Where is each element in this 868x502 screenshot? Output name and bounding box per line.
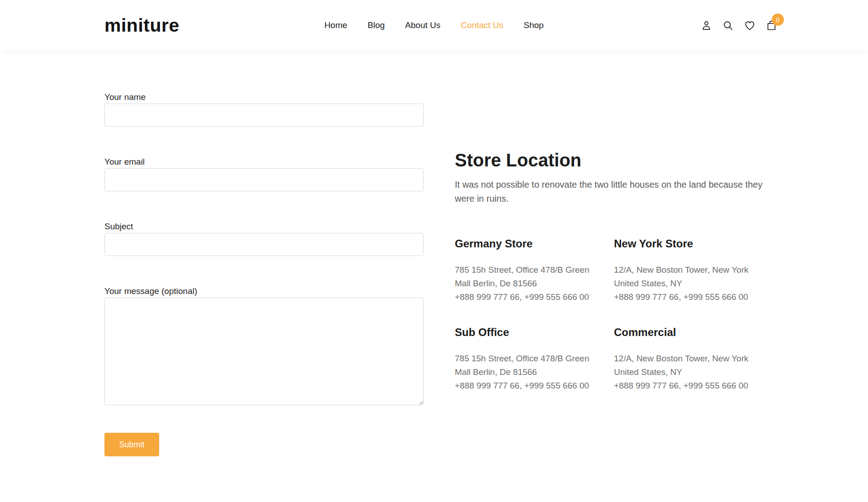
- store-phone-line: +888 999 777 66, +999 555 666 00: [455, 379, 614, 393]
- contact-form-section: Your name Your email Subject Your messag…: [104, 51, 424, 456]
- nav-item-home[interactable]: Home: [324, 20, 347, 30]
- store-name: Germany Store: [455, 236, 614, 252]
- store-address-line: 785 15h Street, Office 478/B Green: [455, 352, 614, 365]
- store-phone-line: +888 999 777 66, +999 555 666 00: [614, 290, 769, 304]
- store-name: New York Store: [614, 236, 769, 252]
- store-grid: Germany Store 785 15h Street, Office 478…: [455, 236, 769, 393]
- store-address-line: 12/A, New Boston Tower, New York: [614, 352, 769, 365]
- store-location-description: It was not possible to renovate the two …: [455, 178, 769, 206]
- nav-item-shop[interactable]: Shop: [524, 20, 543, 30]
- search-icon[interactable]: [722, 19, 735, 32]
- wishlist-heart-icon[interactable]: [743, 19, 756, 32]
- store-block-germany: Germany Store 785 15h Street, Office 478…: [455, 236, 614, 304]
- cart-bag-icon[interactable]: 0: [765, 19, 778, 32]
- logo[interactable]: miniture: [104, 15, 179, 36]
- nav-item-blog[interactable]: Blog: [368, 20, 385, 30]
- store-phone-line: +888 999 777 66, +999 555 666 00: [455, 290, 614, 304]
- message-textarea[interactable]: [104, 298, 424, 405]
- store-address-line: 785 15h Street, Office 478/B Green: [455, 263, 614, 277]
- store-block-sub-office: Sub Office 785 15h Street, Office 478/B …: [455, 324, 614, 393]
- message-label: Your message (optional): [104, 285, 424, 297]
- subject-input[interactable]: [104, 233, 424, 256]
- site-header: miniture Home Blog About Us Contact Us S…: [0, 0, 868, 51]
- header-icons: 0: [700, 19, 778, 32]
- email-input[interactable]: [104, 168, 424, 191]
- submit-button[interactable]: Submit: [104, 433, 159, 456]
- store-address-line: United States, NY: [614, 365, 769, 379]
- store-address-line: Mall Berlin, De 81566: [455, 277, 614, 290]
- store-name: Sub Office: [455, 324, 614, 341]
- store-name: Commercial: [614, 324, 769, 341]
- store-address-line: United States, NY: [614, 277, 769, 290]
- store-block-new-york: New York Store 12/A, New Boston Tower, N…: [614, 236, 769, 304]
- name-label: Your name: [104, 91, 424, 103]
- email-label: Your email: [104, 156, 424, 168]
- page-content: Your name Your email Subject Your messag…: [0, 51, 868, 456]
- cart-count-badge: 0: [772, 14, 784, 26]
- nav-item-contact-us[interactable]: Contact Us: [461, 20, 503, 30]
- store-location-section: Store Location It was not possible to re…: [455, 51, 769, 456]
- main-nav: Home Blog About Us Contact Us Shop: [324, 20, 543, 30]
- store-address-line: Mall Berlin, De 81566: [455, 365, 614, 379]
- store-phone-line: +888 999 777 66, +999 555 666 00: [614, 379, 769, 393]
- store-block-commercial: Commercial 12/A, New Boston Tower, New Y…: [614, 324, 769, 393]
- name-input[interactable]: [104, 104, 424, 127]
- account-icon[interactable]: [700, 19, 713, 32]
- store-address-line: 12/A, New Boston Tower, New York: [614, 263, 769, 277]
- contact-form: Your name Your email Subject Your messag…: [104, 91, 424, 456]
- store-location-title: Store Location: [455, 149, 769, 171]
- nav-item-about-us[interactable]: About Us: [405, 20, 440, 30]
- subject-label: Subject: [104, 220, 424, 232]
